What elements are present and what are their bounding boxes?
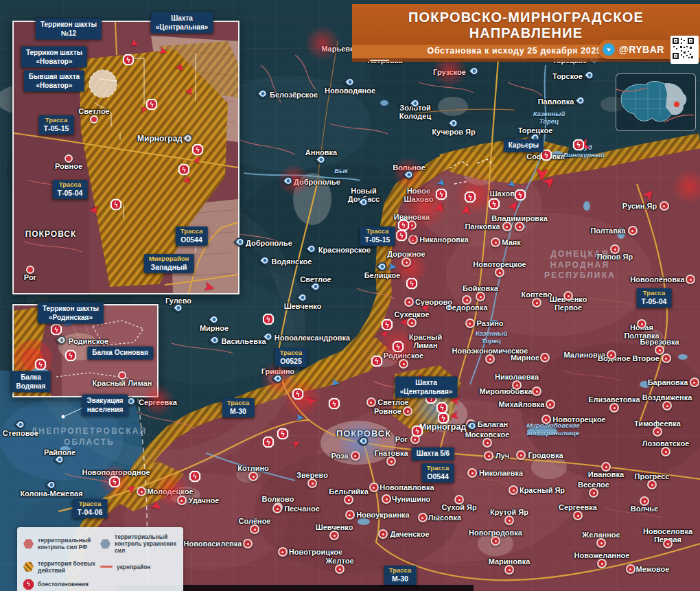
poi-label: Шахта «Центральная» [151,12,213,34]
town-label: Новоалександровка [275,334,350,342]
town-marker-ru [541,415,551,424]
town-marker-ru [626,564,635,574]
town-label: Мирное [200,324,229,332]
clash-icon: ϟ [396,230,408,242]
town-marker-ru [351,451,360,461]
attack-arrow: ➤ [174,61,187,73]
poi-label: Эвакуация населения [82,395,128,416]
road-label: МикрорайонЗападный [144,254,194,273]
town-label: Светлое [78,107,109,115]
poi-label: Карьеры [504,139,544,152]
road-label-prefix: Трасса [44,117,69,124]
town-marker-ru [589,488,598,498]
road-label: ТрассаТ-04-06 [73,499,108,518]
town-marker-ru [495,268,504,277]
attack-arrow: ➤ [125,481,138,495]
road-label: ТрассаТ-05-04 [637,288,672,308]
town-marker-ru [465,318,475,328]
town-marker-ru [401,257,411,267]
town-label: Миролюбовка [479,387,532,395]
clash-icon: ϟ [412,426,423,437]
attack-arrow: ➤ [184,85,196,97]
counterattack-arrow: ➤ [388,262,397,272]
clash-icon: ϟ [51,324,62,336]
region-label: ДНЕПРОПЕТРОВСКАЯ ОБЛАСТЬ [32,426,148,448]
town-marker-ru [407,318,417,327]
legend-swatch-hex-rf [23,539,34,549]
town-label: Васильевка [221,337,266,345]
town-label: Михайловка [499,400,545,408]
town-label: Мирноград [137,135,183,144]
poi-label: Шахта «Центральная» [395,377,458,398]
telegram-icon: ➤ [600,41,616,57]
attack-arrow: ➤ [89,205,99,216]
town-marker-ru [137,487,146,496]
town-marker-rd [90,115,98,124]
attack-arrow: ➤ [449,410,460,422]
town-label: Ровное [55,162,82,170]
attack-arrow: ➤ [129,37,141,49]
town-label: ПОКРОВСК [25,230,77,240]
road-label-prefix: Трасса [280,349,303,357]
clash-icon: ϟ [515,189,526,201]
counterattack-arrow: ➤ [506,178,518,190]
town-marker-ru [485,354,495,364]
town-marker-ru [177,496,187,505]
town-marker-ru [610,244,620,254]
town-marker-ru [404,297,414,307]
town-label: Чунишино [392,495,431,503]
region-label: ДОНЕЦКАЯ НАРОДНАЯ РЕСПУБЛИКА [544,249,616,281]
town-label: Светлое [377,398,408,406]
town-label: Лысовка [428,513,461,522]
clash-icon: ϟ [192,144,204,156]
town-label: Удачное [189,496,220,505]
town-label: Родинское [69,337,108,345]
town-label: Новоолёновка [630,275,684,283]
town-marker-ru [366,397,376,407]
poi-label: Бывшая шахта «Новатор» [24,71,84,92]
town-marker-ru [491,536,500,546]
legend-label: территория боевых действий [38,560,100,574]
town-marker-ru [248,472,258,481]
channel-badge[interactable]: ➤ @RYBAR [598,40,671,59]
town-marker-ru [502,222,512,231]
town-label: Разино [476,319,503,327]
clash-icon: ϟ [393,341,404,353]
road-label-prefix: Трасса [642,290,667,297]
town-marker-ru [243,539,253,548]
town-label: Панковка [465,222,500,231]
road-label-number: Т-05-04 [58,189,83,197]
town-marker-ru [563,291,573,301]
town-label: Полтавка [590,227,625,235]
town-marker-ru [382,494,391,504]
attack-arrow: ➤ [290,438,301,450]
legend-label: укрепрайон [117,564,151,570]
map-stage: МарьевкаПетровкаГрузскоеНовониколаевкаТо… [0,0,700,591]
legend: территориальный контроль сил РФтерритори… [17,527,183,591]
town-label: Доброполье [294,178,340,186]
clash-icon: ϟ [35,359,47,371]
town-label: Павловка [538,97,574,106]
town-marker-gp [56,334,68,346]
attack-arrow: ➤ [380,329,389,340]
road-label-prefix: Микрорайон [149,255,189,263]
town-marker-ru [491,237,500,247]
attack-arrow: ➤ [202,279,215,294]
road-label: ТрассаО0525 [275,348,307,367]
town-marker-ru [516,450,526,460]
town-marker-ua [574,94,586,106]
legend-item: территория боевых действий [23,560,100,574]
town-label: Грузское [433,68,466,76]
road-label-number: Т-05-15 [44,124,69,132]
legend-item: ϟбоестолкновения [23,579,177,590]
road-label: ТрассаМ-30 [384,566,417,585]
town-label: Рог [395,435,408,443]
town-label: Мирное [511,354,539,362]
attack-arrow: ➤ [191,154,203,165]
town-marker-ru [573,511,583,520]
town-marker-ru [532,386,541,396]
town-label: Доброполье [246,239,292,247]
town-marker-ru [454,495,464,505]
attack-arrow: ➤ [420,303,430,314]
town-marker-ru [250,524,259,534]
